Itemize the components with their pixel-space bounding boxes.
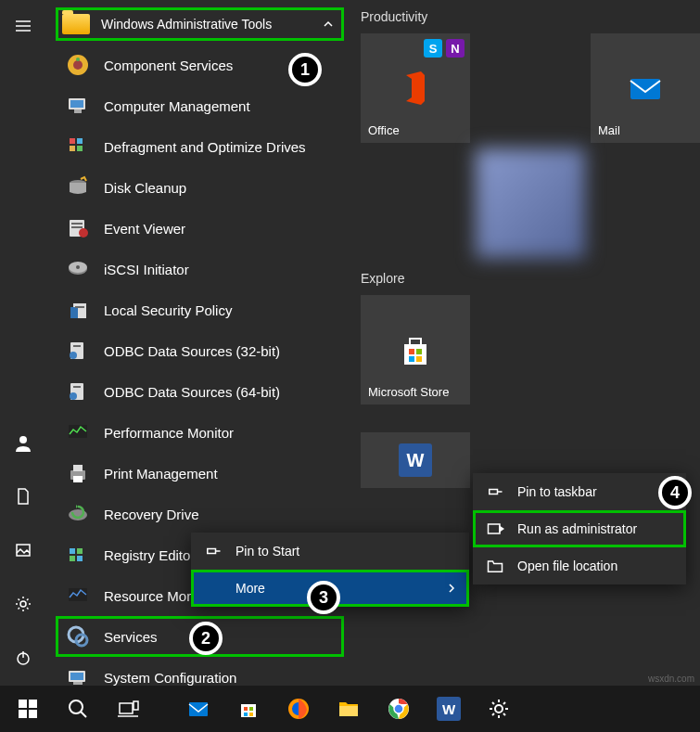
taskbar-store[interactable] bbox=[224, 687, 273, 731]
svg-line-61 bbox=[81, 712, 86, 717]
folder-icon bbox=[62, 14, 90, 34]
app-label: Resource Mor bbox=[104, 588, 191, 604]
power-icon[interactable] bbox=[0, 639, 46, 676]
tile-word[interactable]: W bbox=[361, 432, 470, 488]
section-productivity[interactable]: Productivity bbox=[361, 9, 700, 24]
regedit-icon bbox=[65, 542, 91, 568]
folder-open-icon bbox=[486, 559, 504, 573]
app-label: Print Management bbox=[104, 466, 218, 482]
ctx-label: Pin to Start bbox=[235, 544, 456, 559]
taskbar-chrome[interactable] bbox=[375, 687, 423, 731]
hamburger-icon[interactable] bbox=[0, 7, 46, 45]
svg-rect-58 bbox=[19, 710, 27, 718]
svg-point-30 bbox=[70, 352, 77, 359]
taskbar-explorer[interactable] bbox=[325, 687, 373, 731]
tile-label: Microsoft Store bbox=[368, 385, 449, 399]
taskbar-word[interactable]: W bbox=[425, 687, 473, 731]
section-explore[interactable]: Explore bbox=[361, 271, 700, 286]
svg-rect-41 bbox=[77, 548, 83, 554]
app-label: ODBC Data Sources (32-bit) bbox=[104, 343, 280, 359]
folder-windows-admin-tools[interactable]: Windows Administrative Tools bbox=[56, 7, 344, 41]
task-view-button[interactable] bbox=[104, 687, 152, 731]
ctx-pin-to-start[interactable]: Pin to Start bbox=[191, 533, 469, 570]
tile-microsoft-store[interactable]: Microsoft Store bbox=[361, 295, 470, 405]
app-performance-monitor[interactable]: Performance Monitor bbox=[46, 412, 351, 453]
app-label: Computer Management bbox=[104, 98, 250, 114]
svg-rect-57 bbox=[29, 700, 37, 708]
app-event-viewer[interactable]: Event Viewer bbox=[46, 208, 351, 249]
app-print-management[interactable]: Print Management bbox=[46, 453, 351, 494]
defrag-icon bbox=[65, 134, 91, 160]
svg-rect-48 bbox=[70, 673, 83, 680]
admin-shield-icon bbox=[486, 521, 504, 536]
perfmon-icon bbox=[65, 419, 91, 445]
svg-rect-15 bbox=[77, 138, 83, 144]
skype-icon: S bbox=[424, 39, 442, 58]
app-label: ODBC Data Sources (64-bit) bbox=[104, 384, 280, 400]
svg-rect-43 bbox=[77, 556, 83, 561]
svg-rect-27 bbox=[70, 307, 78, 318]
ctx-label: Pin to taskbar bbox=[517, 484, 673, 499]
svg-rect-42 bbox=[70, 556, 75, 561]
app-odbc-64[interactable]: ODBC Data Sources (64-bit) bbox=[46, 371, 351, 412]
svg-rect-28 bbox=[75, 306, 84, 308]
taskbar-settings[interactable] bbox=[475, 687, 523, 731]
ctx-label: More bbox=[235, 581, 447, 596]
app-recovery-drive[interactable]: Recovery Drive bbox=[46, 494, 351, 534]
user-icon[interactable] bbox=[0, 424, 46, 461]
svg-rect-31 bbox=[73, 345, 81, 347]
app-odbc-32[interactable]: ODBC Data Sources (32-bit) bbox=[46, 330, 351, 371]
resmon-icon bbox=[65, 583, 91, 609]
tile-blurred[interactable] bbox=[476, 148, 585, 258]
svg-rect-53 bbox=[409, 356, 414, 362]
app-label: Recovery Drive bbox=[104, 507, 199, 522]
app-label: Component Services bbox=[104, 58, 233, 73]
svg-rect-54 bbox=[416, 356, 422, 362]
odbc-icon bbox=[65, 338, 91, 364]
svg-rect-62 bbox=[120, 703, 133, 713]
svg-rect-17 bbox=[77, 146, 83, 151]
app-label: Event Viewer bbox=[104, 221, 185, 237]
tile-mail[interactable]: Mail bbox=[591, 33, 700, 143]
svg-rect-66 bbox=[241, 704, 256, 717]
svg-point-22 bbox=[79, 228, 88, 238]
app-disk-cleanup[interactable]: Disk Cleanup bbox=[46, 167, 351, 208]
taskbar-mail[interactable] bbox=[174, 687, 223, 731]
search-button[interactable] bbox=[54, 687, 102, 731]
sysconfig-icon bbox=[65, 664, 91, 686]
settings-icon[interactable] bbox=[0, 585, 46, 623]
pin-icon bbox=[486, 484, 504, 499]
app-system-configuration[interactable]: System Configuration bbox=[46, 657, 351, 686]
annotation-badge-1: 1 bbox=[288, 53, 322, 86]
security-policy-icon bbox=[65, 297, 91, 323]
svg-rect-34 bbox=[73, 386, 81, 388]
app-defragment[interactable]: Defragment and Optimize Drives bbox=[46, 126, 351, 167]
app-label: Performance Monitor bbox=[104, 425, 234, 441]
ctx-pin-to-taskbar[interactable]: Pin to taskbar bbox=[473, 473, 686, 510]
pictures-icon[interactable] bbox=[0, 532, 46, 569]
taskbar-firefox[interactable] bbox=[274, 687, 323, 731]
svg-point-5 bbox=[20, 601, 26, 607]
ctx-run-as-administrator[interactable]: Run as administrator bbox=[473, 510, 686, 547]
app-computer-management[interactable]: Computer Management bbox=[46, 85, 351, 126]
documents-icon[interactable] bbox=[0, 478, 46, 515]
app-iscsi[interactable]: iSCSI Initiator bbox=[46, 249, 351, 289]
app-label: Defragment and Optimize Drives bbox=[104, 139, 306, 155]
svg-rect-70 bbox=[249, 713, 253, 716]
svg-rect-12 bbox=[74, 109, 82, 113]
ctx-open-file-location[interactable]: Open file location bbox=[473, 547, 686, 584]
tile-office[interactable]: S N Office bbox=[361, 33, 470, 143]
svg-rect-51 bbox=[409, 349, 414, 354]
svg-point-78 bbox=[495, 705, 503, 713]
annotation-badge-4: 4 bbox=[658, 476, 692, 509]
ctx-label: Run as administrator bbox=[517, 521, 673, 536]
svg-rect-64 bbox=[134, 701, 138, 710]
svg-rect-14 bbox=[70, 138, 75, 144]
start-button[interactable] bbox=[4, 687, 52, 731]
app-local-security-policy[interactable]: Local Security Policy bbox=[46, 289, 351, 330]
svg-point-10 bbox=[76, 58, 80, 61]
start-rail bbox=[0, 0, 46, 686]
print-icon bbox=[65, 460, 91, 486]
recovery-icon bbox=[65, 501, 91, 527]
svg-rect-49 bbox=[73, 682, 83, 685]
